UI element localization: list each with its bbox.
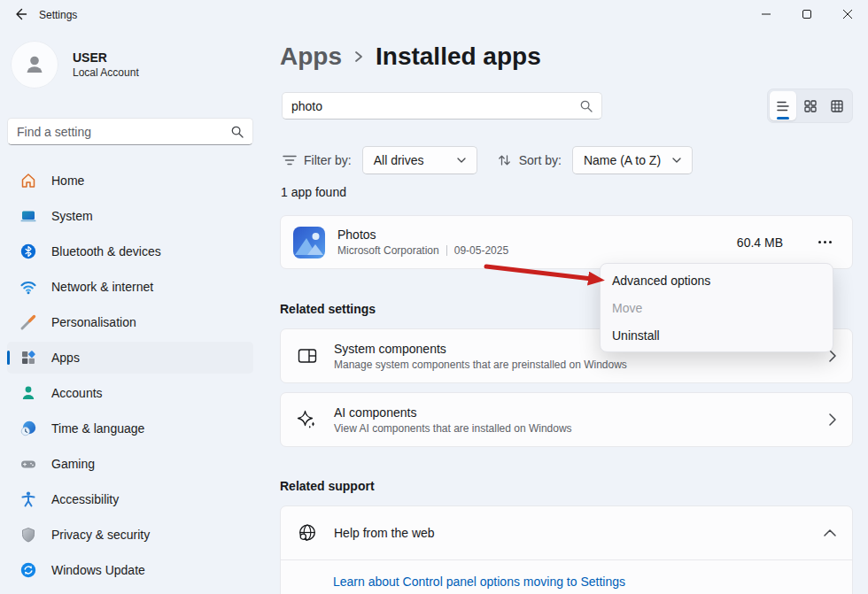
chevron-down-icon [672,158,681,163]
table-view-icon [830,99,844,113]
related-support-heading: Related support [280,479,375,493]
help-from-web-header[interactable]: Help from the web [281,506,852,560]
sidebar-item-accounts[interactable]: Accounts [7,377,253,409]
sidebar-item-label: Gaming [51,457,95,471]
back-button[interactable] [5,2,35,27]
result-count: 1 app found [281,185,346,199]
user-profile[interactable]: USER Local Account [11,41,139,89]
time-language-icon [19,420,37,437]
accounts-person-icon [19,384,37,402]
menu-item-uninstall[interactable]: Uninstall [604,321,829,349]
gaming-gamepad-icon [19,455,37,473]
minimize-button[interactable] [746,0,787,28]
back-arrow-icon [13,7,27,21]
sidebar-item-bluetooth-devices[interactable]: Bluetooth & devices [7,235,253,267]
divider [446,245,447,256]
more-options-button[interactable] [810,231,840,254]
accessibility-icon [19,490,37,508]
app-context-menu: Advanced options Move Uninstall [600,263,833,352]
breadcrumb-parent[interactable]: Apps [280,42,342,71]
window-controls [746,0,868,28]
close-icon [843,10,852,19]
app-size: 60.4 MB [737,235,783,250]
system-components-icon [297,345,318,366]
maximize-button[interactable] [787,0,827,28]
sidebar-item-personalisation[interactable]: Personalisation [7,306,253,338]
sidebar-item-label: Bluetooth & devices [51,244,161,258]
card-title: AI components [334,405,829,420]
menu-item-advanced-options[interactable]: Advanced options [604,266,829,294]
minimize-icon [762,10,771,19]
app-row-photos[interactable]: Photos Microsoft Corporation 09-05-2025 … [280,215,853,269]
windows-update-icon [19,561,37,579]
filter-label: Filter by: [304,153,352,167]
sort-value: Name (A to Z) [584,153,661,167]
related-settings-heading: Related settings [280,302,376,316]
sidebar-item-gaming[interactable]: Gaming [7,448,253,480]
app-install-date: 09-05-2025 [454,244,508,257]
chevron-up-icon [824,529,836,536]
sidebar-item-windows-update[interactable]: Windows Update [7,554,253,586]
sidebar-item-label: Time & language [51,421,144,436]
breadcrumb: Apps Installed apps [280,42,541,71]
sidebar-item-system[interactable]: System [7,200,253,232]
help-web-globe-icon [297,522,318,544]
filter-dropdown[interactable]: All drives [362,146,477,174]
list-view-icon [776,100,790,112]
help-link-row: Learn about Control panel options moving… [281,560,852,594]
maximize-icon [802,10,811,19]
help-from-web-card: Help from the web Learn about Control pa… [280,505,853,594]
sort-dropdown[interactable]: Name (A to Z) [572,146,693,174]
selected-view-indicator [777,117,789,120]
sidebar-item-label: Windows Update [51,563,145,577]
sidebar-item-time-language[interactable]: Time & language [7,413,253,444]
sidebar-item-label: Privacy & security [51,528,150,542]
apps-search-input[interactable] [291,99,580,113]
chevron-down-icon [457,158,466,163]
sidebar-item-label: Home [51,174,84,188]
page-title: Installed apps [376,42,541,71]
menu-item-move: Move [604,294,829,321]
avatar [11,41,58,89]
system-icon [19,207,37,225]
more-options-icon [818,241,821,243]
filter-value: All drives [374,153,424,167]
view-table-button[interactable] [824,91,850,120]
filter-icon [283,154,297,166]
card-subtitle: View AI components that are installed on… [334,422,829,435]
window-title: Settings [39,9,77,21]
user-account-type: Local Account [73,66,139,79]
close-button[interactable] [827,0,868,28]
network-wifi-icon [19,278,37,296]
sidebar-item-label: Accessibility [51,492,119,506]
ai-components-card[interactable]: AI components View AI components that ar… [280,392,853,447]
breadcrumb-chevron-icon [353,48,364,66]
control-panel-link[interactable]: Learn about Control panel options moving… [333,575,625,589]
sidebar-item-apps[interactable]: Apps [7,342,253,374]
photos-app-icon [293,227,325,258]
search-icon [231,126,244,138]
sidebar-item-home[interactable]: Home [7,165,253,197]
sidebar-item-network-internet[interactable]: Network & internet [7,271,253,303]
ai-components-icon [297,409,318,430]
sidebar-item-label: Personalisation [51,315,136,329]
sidebar-item-label: Network & internet [51,280,153,294]
view-toggle-group [767,89,853,123]
view-grid-button[interactable] [797,91,824,120]
settings-window: Settings USER Local Account [0,0,868,594]
sidebar-nav: Home System Bluetooth & devices [7,165,253,590]
bluetooth-icon [19,243,37,260]
home-icon [19,172,37,189]
sort-label: Sort by: [519,153,562,167]
sidebar-item-label: System [51,209,93,223]
app-name: Photos [337,228,737,242]
sidebar-search-box [7,118,253,145]
sidebar-search-input[interactable] [17,125,231,139]
privacy-shield-icon [19,526,37,544]
view-list-button[interactable] [770,91,796,120]
app-publisher: Microsoft Corporation [337,244,439,257]
sidebar-item-privacy-security[interactable]: Privacy & security [7,519,253,551]
sidebar-item-label: Apps [51,351,80,365]
sort-icon [497,153,512,167]
sidebar-item-accessibility[interactable]: Accessibility [7,483,253,515]
